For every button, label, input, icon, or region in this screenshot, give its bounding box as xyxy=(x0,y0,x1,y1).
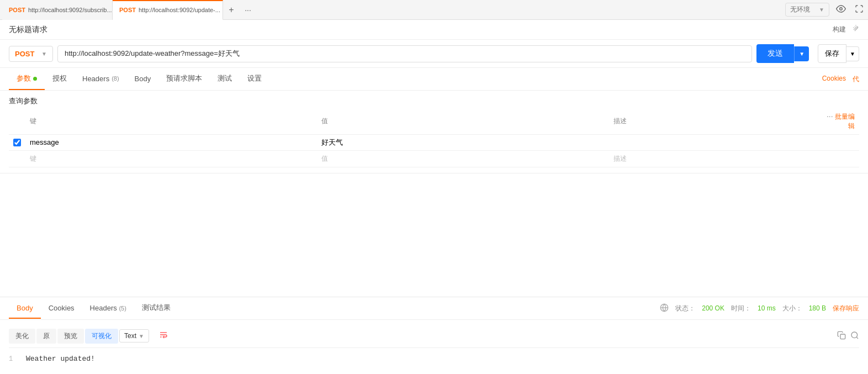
save-dropdown-button[interactable]: ▼ xyxy=(846,46,859,61)
tab-2-method: POST xyxy=(119,7,136,13)
url-input[interactable] xyxy=(57,45,752,62)
tab-test[interactable]: 测试 xyxy=(210,68,240,90)
params-section: 查询参数 键 值 描述 ··· 批量编辑 xyxy=(0,91,868,173)
params-dot xyxy=(33,77,37,81)
method-select[interactable]: POST ▼ xyxy=(9,46,53,62)
table-row-placeholder: 键 值 描述 xyxy=(9,150,859,167)
response-right-actions xyxy=(837,331,859,341)
tab-settings[interactable]: 设置 xyxy=(240,68,269,90)
query-params-label: 查询参数 xyxy=(9,96,859,106)
tab-auth-label: 授权 xyxy=(52,73,67,83)
resp-tab-test-label: 测试结果 xyxy=(142,303,171,312)
url-bar: POST ▼ 发送 ▼ 保存 ▼ xyxy=(0,40,868,68)
save-button[interactable]: 保存 xyxy=(818,44,846,63)
svg-line-7 xyxy=(856,337,858,339)
eye-icon[interactable] xyxy=(834,2,848,18)
globe-icon xyxy=(660,303,669,314)
wand-icon[interactable] xyxy=(850,24,859,35)
svg-point-0 xyxy=(840,8,843,10)
tab-1-method: POST xyxy=(9,7,25,13)
desc-input[interactable] xyxy=(613,138,813,146)
new-tab-button[interactable]: + xyxy=(223,2,240,18)
send-dropdown-button[interactable]: ▼ xyxy=(794,46,809,61)
environment-selector[interactable]: 无环境 ▼ xyxy=(785,3,829,17)
tab-settings-label: 设置 xyxy=(247,73,262,83)
tab-body[interactable]: Body xyxy=(127,69,159,89)
response-content: 美化 原 预览 可视化 Text ▼ xyxy=(0,320,868,354)
copy-icon[interactable] xyxy=(837,331,846,341)
col-desc-header: 描述 xyxy=(609,108,818,135)
resp-tab-cookies[interactable]: Cookies xyxy=(41,298,82,319)
resp-headers-count: (5) xyxy=(119,305,126,312)
col-val-header: 值 xyxy=(317,108,608,135)
request-title: 无标题请求 xyxy=(9,25,833,35)
tab-auth[interactable]: 授权 xyxy=(45,68,75,90)
search-response-icon[interactable] xyxy=(850,331,859,341)
more-icon[interactable]: ··· xyxy=(827,112,833,120)
text-format-label: Text xyxy=(124,332,136,340)
tab-right-actions: Cookies 代 xyxy=(822,75,859,84)
preview-button[interactable]: 预览 xyxy=(57,329,84,344)
save-response-button[interactable]: 保存响应 xyxy=(833,304,859,313)
request-title-bar: 无标题请求 构建 xyxy=(0,20,868,40)
cookies-link[interactable]: Cookies xyxy=(822,75,846,84)
table-row xyxy=(9,135,859,151)
save-button-group: 保存 ▼ xyxy=(813,44,859,63)
params-table: 键 值 描述 ··· 批量编辑 xyxy=(9,108,859,167)
raw-button[interactable]: 原 xyxy=(36,329,56,344)
resp-tab-headers[interactable]: Headers (5) xyxy=(82,298,134,319)
visualize-button[interactable]: 可视化 xyxy=(85,329,118,344)
wrap-button[interactable] xyxy=(155,328,172,344)
resp-tab-body[interactable]: Body xyxy=(9,298,41,319)
response-panel: Body Cookies Headers (5) 测试结果 状态： 200 OK… xyxy=(0,297,868,354)
value-input[interactable] xyxy=(321,139,604,147)
desc-placeholder: 描述 xyxy=(613,155,627,162)
batch-edit-link[interactable]: 批量编辑 xyxy=(835,113,855,130)
tab-2-url: http://localhost:9092/update-... xyxy=(139,7,220,13)
construct-button[interactable]: 构建 xyxy=(833,25,846,34)
resp-tab-body-label: Body xyxy=(17,304,33,312)
expand-icon[interactable] xyxy=(853,2,866,17)
tab-pre-request[interactable]: 预请求脚本 xyxy=(158,68,210,90)
method-arrow: ▼ xyxy=(41,51,47,57)
tab-headers[interactable]: Headers (8) xyxy=(75,69,127,89)
resp-tab-cookies-label: Cookies xyxy=(49,304,75,312)
row-checkbox-cell xyxy=(13,139,21,146)
text-format-dropdown[interactable]: Text ▼ xyxy=(119,329,149,343)
resp-tab-headers-label: Headers xyxy=(90,304,117,312)
beautify-button[interactable]: 美化 xyxy=(9,329,35,344)
text-format-arrow: ▼ xyxy=(139,333,144,339)
resp-tab-test[interactable]: 测试结果 xyxy=(134,297,178,319)
val-placeholder: 值 xyxy=(321,155,328,162)
env-label: 无环境 xyxy=(790,5,810,14)
tab-bar-right: 无环境 ▼ xyxy=(785,2,866,18)
size-value: 180 B xyxy=(809,304,826,312)
more-tabs-button[interactable]: ··· xyxy=(240,2,256,18)
request-tabs: 参数 授权 Headers (8) Body 预请求脚本 测试 设置 Cooki… xyxy=(0,68,868,91)
col-actions-header: ··· 批量编辑 xyxy=(817,108,859,135)
row-checkbox[interactable] xyxy=(13,139,21,146)
dai-link[interactable]: 代 xyxy=(853,75,859,84)
send-button-group: 发送 ▼ xyxy=(756,44,809,63)
tab-1-url: http://localhost:9092/subscrib... xyxy=(28,7,112,13)
tab-params[interactable]: 参数 xyxy=(9,68,45,90)
method-label: POST xyxy=(15,50,34,58)
key-input[interactable] xyxy=(30,138,313,146)
response-body: 1 Weather updated! xyxy=(9,348,859,354)
svg-rect-5 xyxy=(840,334,845,339)
response-tabs-bar: Body Cookies Headers (5) 测试结果 状态： 200 OK… xyxy=(0,297,868,320)
col-key-header: 键 xyxy=(25,108,317,135)
response-status-area: 状态： 200 OK 时间： 10 ms 大小： 180 B 保存响应 xyxy=(660,303,859,314)
status-label: 状态： xyxy=(675,304,695,313)
time-label: 时间： xyxy=(731,304,751,313)
tab-bar: POST http://localhost:9092/subscrib... P… xyxy=(0,0,868,20)
send-button[interactable]: 发送 xyxy=(756,44,794,63)
tab-2[interactable]: POST http://localhost:9092/update-... xyxy=(113,0,223,20)
tab-1[interactable]: POST http://localhost:9092/subscrib... xyxy=(2,0,113,20)
tab-headers-label: Headers xyxy=(82,75,109,83)
headers-count: (8) xyxy=(112,75,119,82)
key-placeholder: 键 xyxy=(30,155,36,162)
svg-point-6 xyxy=(851,332,858,338)
tab-pre-request-label: 预请求脚本 xyxy=(166,73,202,83)
env-arrow: ▼ xyxy=(819,7,824,13)
